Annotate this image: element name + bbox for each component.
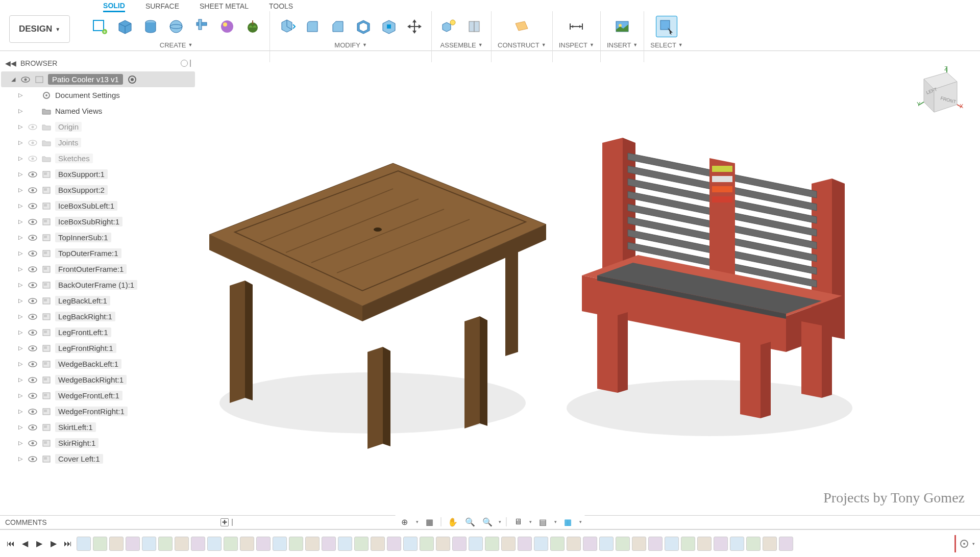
inspect-label[interactable]: INSPECT — [559, 40, 594, 50]
timeline-feature[interactable] — [763, 537, 777, 551]
timeline-feature[interactable] — [746, 537, 761, 551]
expand-icon[interactable]: ▷ — [18, 202, 24, 209]
tree-item[interactable]: ▷Sketches — [1, 150, 195, 166]
expand-icon[interactable]: ▷ — [18, 455, 24, 462]
tree-item[interactable]: ▷WedgeFrontRight:1 — [1, 403, 195, 419]
timeline-start-icon[interactable]: ⏮ — [5, 538, 16, 549]
expand-icon[interactable]: ▷ — [18, 108, 24, 114]
visibility-icon[interactable] — [28, 344, 38, 352]
insert-label[interactable]: INSERT — [607, 40, 638, 50]
timeline-feature[interactable] — [730, 537, 744, 551]
timeline-feature[interactable] — [338, 537, 352, 551]
expand-icon[interactable]: ▷ — [18, 297, 24, 304]
timeline-feature[interactable] — [681, 537, 695, 551]
expand-icon[interactable]: ▷ — [18, 155, 24, 162]
expand-icon[interactable]: ▷ — [18, 171, 24, 178]
tree-root[interactable]: ◢ Patio Cooler v13 v1 — [1, 71, 195, 87]
tree-item[interactable]: ▷LegBackRight:1 — [1, 309, 195, 324]
grid-icon[interactable]: ▤ — [537, 516, 549, 527]
expand-icon[interactable]: ▷ — [18, 282, 24, 288]
timeline-feature[interactable] — [436, 537, 450, 551]
timeline-feature[interactable] — [632, 537, 646, 551]
tree-item[interactable]: ▷FrontOuterFrame:1 — [1, 261, 195, 277]
timeline-feature[interactable] — [697, 537, 712, 551]
timeline-marker[interactable] — [954, 535, 956, 552]
tree-item[interactable]: ▷SkirtLeft:1 — [1, 419, 195, 435]
tree-item[interactable]: ▷TopInnerSub:1 — [1, 230, 195, 245]
tree-item[interactable]: ▷IceBoxSubLeft:1 — [1, 198, 195, 214]
tree-item[interactable]: ▷TopOuterFrame:1 — [1, 245, 195, 261]
pan-icon[interactable]: ✋ — [447, 516, 459, 527]
visibility-icon[interactable] — [28, 423, 38, 432]
tree-item[interactable]: ▷BoxSupport:1 — [1, 166, 195, 182]
modify-label[interactable]: MODIFY — [334, 40, 366, 50]
expand-icon[interactable]: ▷ — [18, 361, 24, 367]
visibility-icon[interactable] — [28, 313, 38, 321]
tree-item[interactable]: ▷LegFrontRight:1 — [1, 340, 195, 356]
add-comment-icon[interactable]: ✚ — [220, 518, 229, 526]
tab-sheet-metal[interactable]: SHEET METAL — [200, 1, 249, 11]
timeline-feature[interactable] — [142, 537, 156, 551]
browser-pin-icon[interactable] — [181, 60, 188, 67]
expand-icon[interactable]: ▷ — [18, 313, 24, 320]
model-viewport[interactable] — [179, 117, 924, 474]
tree-item[interactable]: ▷Named Views — [1, 103, 195, 119]
visibility-icon[interactable] — [28, 155, 38, 163]
timeline-feature[interactable] — [779, 537, 793, 551]
tree-item[interactable]: ▷Origin — [1, 119, 195, 135]
visibility-icon[interactable] — [28, 234, 38, 242]
expand-icon[interactable]: ▷ — [18, 408, 24, 415]
visibility-icon[interactable] — [28, 170, 38, 179]
visibility-icon[interactable] — [28, 249, 38, 258]
visibility-icon[interactable] — [28, 376, 38, 384]
visibility-icon[interactable] — [28, 392, 38, 400]
expand-icon[interactable]: ▷ — [18, 234, 24, 241]
timeline-feature[interactable] — [403, 537, 418, 551]
timeline-feature[interactable] — [599, 537, 614, 551]
timeline-feature[interactable] — [191, 537, 205, 551]
tree-item[interactable]: ▷BoxSupport:2 — [1, 182, 195, 198]
expand-icon[interactable]: ▷ — [18, 250, 24, 257]
visibility-icon[interactable] — [28, 297, 38, 305]
draft-icon[interactable] — [378, 16, 400, 37]
browser-collapse-icon[interactable]: ◀◀ — [5, 59, 16, 67]
timeline-feature[interactable] — [77, 537, 91, 551]
timeline-next-icon[interactable]: ▶ — [48, 538, 59, 549]
timeline-feature[interactable] — [273, 537, 287, 551]
tree-item[interactable]: ▷LegFrontLeft:1 — [1, 324, 195, 340]
timeline-feature[interactable] — [240, 537, 254, 551]
timeline-feature[interactable] — [126, 537, 140, 551]
viewport-icon[interactable]: ▦ — [562, 516, 574, 527]
visibility-icon[interactable] — [28, 439, 38, 447]
timeline-end-icon[interactable]: ⏭ — [62, 538, 74, 549]
timeline-feature[interactable] — [256, 537, 271, 551]
shell-icon[interactable] — [353, 16, 374, 37]
timeline-feature[interactable] — [109, 537, 124, 551]
expand-icon[interactable]: ▷ — [18, 187, 24, 193]
design-workspace-button[interactable]: DESIGN — [9, 15, 70, 43]
sphere-icon[interactable] — [165, 16, 187, 37]
thread-icon[interactable] — [242, 16, 263, 37]
timeline-feature[interactable] — [583, 537, 597, 551]
timeline-feature[interactable] — [534, 537, 548, 551]
timeline-feature[interactable] — [387, 537, 401, 551]
cylinder-icon[interactable] — [140, 16, 161, 37]
visibility-icon[interactable] — [28, 360, 38, 368]
expand-icon[interactable]: ▷ — [18, 139, 24, 146]
insert-icon[interactable] — [611, 16, 633, 37]
view-cube[interactable]: LEFT FRONT Z Y X — [909, 66, 965, 122]
plane-icon[interactable] — [511, 16, 532, 37]
expand-icon[interactable]: ▷ — [18, 376, 24, 383]
expand-icon[interactable]: ▷ — [18, 392, 24, 399]
expand-icon[interactable]: ▷ — [18, 329, 24, 336]
tree-item[interactable]: ▷BackOuterFrame (1):1 — [1, 277, 195, 293]
create-label[interactable]: CREATE — [160, 40, 193, 50]
timeline-feature[interactable] — [289, 537, 303, 551]
box-icon[interactable] — [114, 16, 136, 37]
timeline-feature[interactable] — [93, 537, 107, 551]
expand-icon[interactable]: ▷ — [18, 345, 24, 351]
select-label[interactable]: SELECT — [650, 40, 683, 50]
select-icon[interactable] — [656, 16, 677, 37]
timeline-feature[interactable] — [371, 537, 385, 551]
expand-icon[interactable]: ▷ — [18, 424, 24, 431]
